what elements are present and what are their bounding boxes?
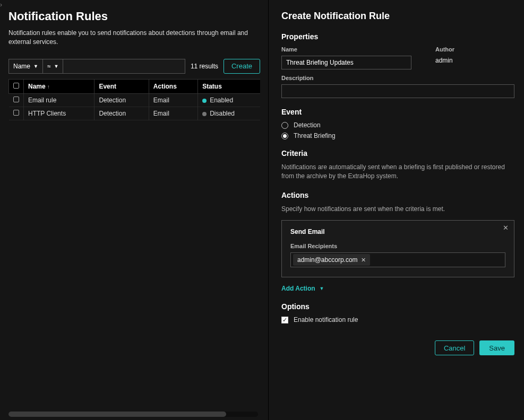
row-checkbox[interactable] xyxy=(9,93,24,107)
event-detection-label: Detection xyxy=(294,121,321,129)
checkbox-icon: ✓ xyxy=(281,317,288,323)
rules-table: Name↑ Event Actions Status Author Email … xyxy=(8,79,260,417)
filter-operator-label: ≈ xyxy=(47,63,51,70)
radio-icon xyxy=(281,122,288,129)
criteria-text: Notifications are automatically sent whe… xyxy=(281,163,514,181)
row-checkbox[interactable] xyxy=(9,107,24,120)
recipients-label: Email Recipients xyxy=(290,243,505,249)
table-row[interactable]: HTTP ClientsDetectionEmailDisableden xyxy=(9,107,261,120)
actions-intro: Specify how notifications are sent when … xyxy=(281,205,514,214)
chevron-down-icon: ▼ xyxy=(33,64,38,69)
filter-input[interactable] xyxy=(67,62,180,70)
filter-column-select[interactable]: Name ▼ xyxy=(8,59,43,74)
horizontal-scrollbar[interactable] xyxy=(8,412,258,417)
scrollbar-thumb[interactable] xyxy=(8,412,226,417)
col-event[interactable]: Event xyxy=(95,79,149,93)
row-actions: Email xyxy=(149,107,197,120)
status-dot-icon xyxy=(202,112,207,116)
enable-rule-label: Enable notification rule xyxy=(294,316,358,323)
name-label: Name xyxy=(281,46,414,52)
description-field[interactable] xyxy=(281,84,514,98)
cancel-button[interactable]: Cancel xyxy=(435,340,474,355)
description-label: Description xyxy=(281,75,514,81)
author-value: admin xyxy=(435,56,454,64)
section-actions: Actions xyxy=(281,191,514,199)
action-card-send-email: ✕ Send Email Email Recipients admin@abcc… xyxy=(281,220,514,277)
close-icon[interactable]: ✕ xyxy=(503,224,509,232)
add-action-button[interactable]: Add Action ▼ xyxy=(281,285,324,292)
chevron-down-icon: ▼ xyxy=(54,64,59,69)
page-title: Notification Rules xyxy=(8,10,260,23)
event-option-detection[interactable]: Detection xyxy=(281,121,514,129)
row-actions: Email xyxy=(149,93,197,107)
filter-column-label: Name xyxy=(13,63,30,70)
enable-rule-checkbox[interactable]: ✓ Enable notification rule xyxy=(281,316,514,323)
row-status: Disabled xyxy=(198,107,260,120)
filter-operator-select[interactable]: ≈ ▼ xyxy=(43,59,64,74)
name-field[interactable] xyxy=(281,56,411,69)
rules-list-pane: Notification Rules Notification rules en… xyxy=(0,0,269,420)
row-name: Email rule xyxy=(24,93,95,107)
filter-bar: Name ▼ ≈ ▼ 11 results Create xyxy=(8,59,260,74)
section-criteria: Criteria xyxy=(281,149,514,158)
col-actions[interactable]: Actions xyxy=(149,79,197,93)
event-option-briefing[interactable]: Threat Briefing xyxy=(281,132,514,139)
create-rule-panel: Create Notification Rule Properties Name… xyxy=(269,0,524,420)
col-name[interactable]: Name↑ xyxy=(24,79,95,93)
create-button[interactable]: Create xyxy=(224,59,260,74)
section-event: Event xyxy=(281,108,514,116)
row-name: HTTP Clients xyxy=(24,107,95,120)
filter-text-field[interactable] xyxy=(63,59,185,74)
event-briefing-label: Threat Briefing xyxy=(294,132,336,139)
add-action-label: Add Action xyxy=(281,285,315,292)
section-options: Options xyxy=(281,302,514,311)
action-card-title: Send Email xyxy=(290,228,505,235)
radio-icon xyxy=(281,133,288,139)
page-intro: Notification rules enable you to send no… xyxy=(8,29,260,47)
table-row[interactable]: Email ruleDetectionEmailEnabledje xyxy=(9,93,261,107)
chip-remove-icon[interactable]: ✕ xyxy=(361,257,366,264)
select-all-checkbox[interactable] xyxy=(9,79,24,93)
recipients-field[interactable]: admin@abccorp.com ✕ xyxy=(290,252,505,267)
panel-title: Create Notification Rule xyxy=(281,11,514,22)
sort-asc-icon: ↑ xyxy=(47,84,50,90)
chevron-down-icon: ▼ xyxy=(320,286,324,291)
save-button[interactable]: Save xyxy=(479,340,514,355)
author-label: Author xyxy=(435,46,454,52)
row-event: Detection xyxy=(95,93,149,107)
results-count: 11 results xyxy=(185,63,224,70)
status-dot-icon xyxy=(202,99,207,103)
section-properties: Properties xyxy=(281,32,514,41)
recipient-chip: admin@abccorp.com ✕ xyxy=(293,254,370,266)
col-status[interactable]: Status xyxy=(198,79,260,93)
row-status: Enabled xyxy=(198,93,260,107)
recipient-chip-label: admin@abccorp.com xyxy=(297,256,358,264)
row-event: Detection xyxy=(95,107,149,120)
